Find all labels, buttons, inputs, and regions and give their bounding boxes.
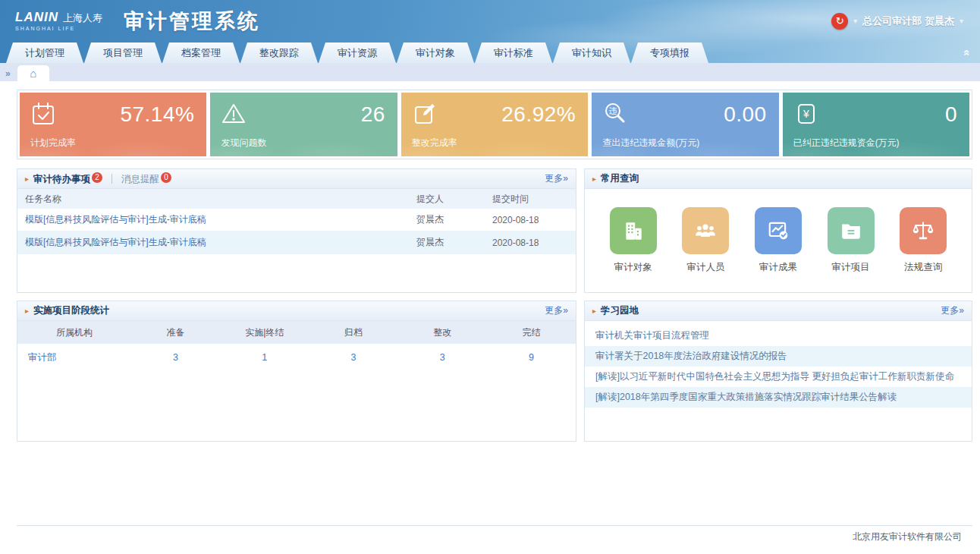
panel-arrow-icon: ▸ (25, 307, 29, 315)
nav-tab-plan[interactable]: 计划管理 (6, 42, 83, 63)
list-item[interactable]: 审计署关于2018年度法治政府建设情况的报告 (585, 346, 972, 367)
stat-card-problems-found[interactable]: 26 发现问题数 (210, 93, 397, 156)
stat-value: 57.14% (120, 102, 194, 127)
stat-value: 26 (361, 102, 385, 127)
stat-value: 26.92% (501, 102, 576, 127)
col-task-name: 任务名称 (17, 193, 409, 206)
quick-item-audit-projects[interactable]: 审计项目 (828, 207, 875, 274)
list-item[interactable]: 审计机关审计项目流程管理 (585, 326, 972, 346)
nav-tab-resource[interactable]: 审计资源 (319, 42, 396, 63)
right-column: ▸ 常用查询 (584, 168, 972, 442)
phase-count-link[interactable]: 1 (220, 352, 309, 363)
col-organization: 所属机构 (17, 326, 131, 339)
phase-stats-panel: ▸ 实施项目阶段统计 更多» 所属机构 准备 实施|终结 归档 整改 完结 审计… (17, 301, 576, 442)
message-count-badge: 0 (161, 172, 171, 183)
todo-more-link[interactable]: 更多» (545, 172, 568, 185)
phase-count-link[interactable]: 3 (398, 352, 487, 363)
company-logo: LANIN 上海人寿 SHANGHAI LIFE (15, 11, 102, 31)
main-content: 57.14% 计划完成率 26 发现问题数 (0, 81, 980, 554)
nav-tab-standard[interactable]: 审计标准 (475, 42, 552, 63)
col-rectify: 整改 (398, 326, 487, 339)
tab-audit-todos[interactable]: 审计待办事项2 (33, 172, 102, 186)
collapse-nav-icon[interactable]: » (959, 49, 970, 55)
phase-count-link[interactable]: 9 (487, 352, 576, 363)
stat-card-corrected-funds[interactable]: ¥ 0 已纠正违纪违规资金(万元) (783, 93, 969, 156)
tab-label: 消息提醒 (121, 174, 159, 184)
stat-label: 查出违纪违规金额(万元) (602, 137, 699, 150)
quick-panel-header: ▸ 常用查询 (585, 169, 972, 189)
tab-message-alerts[interactable]: 消息提醒0 (121, 172, 171, 186)
nav-tab-rectify[interactable]: 整改跟踪 (240, 42, 318, 63)
warning-triangle-icon (221, 101, 247, 127)
edit-icon (412, 101, 438, 127)
quick-item-label: 审计人员 (686, 261, 724, 274)
submitter: 贺晨杰 (409, 213, 485, 226)
home-icon: ⌂ (30, 68, 36, 79)
nav-tab-knowledge[interactable]: 审计知识 (553, 42, 630, 63)
phase-panel-header: ▸ 实施项目阶段统计 更多» (17, 301, 576, 321)
quick-item-regulation-query[interactable]: 法规查询 (900, 207, 947, 274)
quick-item-label: 法规查询 (904, 261, 942, 274)
header-user-area: ↻ ▾ 总公司审计部 贺晨杰 ▾ (831, 13, 963, 30)
phase-count-link[interactable]: 3 (309, 352, 397, 363)
audit-management-page: LANIN 上海人寿 SHANGHAI LIFE 审计管理系统 ↻ ▾ 总公司审… (0, 0, 980, 554)
stat-card-violation-amount[interactable]: 违 0.00 查出违纪违规金额(万元) (592, 93, 778, 156)
col-submitter: 提交人 (409, 193, 485, 206)
list-item[interactable]: [解读]2018年第四季度国家重大政策措施落实情况跟踪审计结果公告解读 (585, 387, 972, 408)
refresh-icon[interactable]: ↻ (831, 13, 848, 30)
submit-time: 2020-08-18 (485, 215, 576, 225)
quick-item-audit-results[interactable]: 审计成果 (755, 207, 802, 274)
todo-count-badge: 2 (92, 172, 102, 183)
phase-count-link[interactable]: 3 (131, 352, 220, 363)
panel-columns: ▸ 审计待办事项2 消息提醒0 更多» 任务名称 提交人 提交时间 模版[信息科… (17, 168, 972, 442)
panel-arrow-icon: ▸ (592, 175, 596, 183)
quick-item-audit-object[interactable]: 审计对象 (610, 207, 657, 274)
svg-text:违: 违 (609, 106, 617, 115)
stat-card-rectification-completion[interactable]: 26.92% 整改完成率 (401, 93, 588, 156)
chevron-down-icon[interactable]: ▾ (853, 17, 857, 25)
phase-table-header: 所属机构 准备 实施|终结 归档 整改 完结 (17, 321, 576, 344)
panel-arrow-icon: ▸ (592, 307, 596, 315)
col-prepare: 准备 (131, 326, 220, 339)
tab-label: 审计待办事项 (33, 174, 90, 184)
quick-query-panel: ▸ 常用查询 (584, 168, 972, 293)
page-title: 审计管理系统 (124, 8, 260, 35)
quick-item-audit-personnel[interactable]: 审计人员 (682, 207, 729, 274)
quick-item-label: 审计对象 (614, 261, 652, 274)
task-link[interactable]: 模版[信息科技风险评估与审计]生成-审计底稿 (17, 213, 409, 226)
footer-company: 北京用友审计软件有限公司 (853, 531, 962, 542)
left-column: ▸ 审计待办事项2 消息提醒0 更多» 任务名称 提交人 提交时间 模版[信息科… (17, 168, 576, 442)
nav-tab-object[interactable]: 审计对象 (397, 42, 474, 63)
stat-card-plan-completion[interactable]: 57.14% 计划完成率 (20, 93, 206, 156)
chevron-down-icon[interactable]: ▾ (960, 17, 963, 25)
home-tab[interactable]: ⌂ (17, 65, 49, 81)
table-row: 审计部 3 1 3 3 9 (17, 344, 576, 371)
logo-subtitle: SHANGHAI LIFE (15, 26, 102, 31)
learning-panel-header: ▸ 学习园地 更多» (585, 301, 972, 321)
table-row: 模版[信息科技风险评估与审计]生成-审计底稿 贺晨杰 2020-08-18 (17, 209, 576, 231)
logo-mark: LANIN (15, 11, 58, 24)
org-link[interactable]: 审计部 (17, 351, 131, 364)
learning-panel: ▸ 学习园地 更多» 审计机关审计项目流程管理 审计署关于2018年度法治政府建… (584, 301, 972, 442)
yen-icon: ¥ (793, 101, 819, 127)
opened-tabs-strip: » ⌂ (0, 63, 980, 81)
todo-panel-header: ▸ 审计待办事项2 消息提醒0 更多» (17, 169, 576, 189)
nav-tab-project[interactable]: 项目管理 (84, 42, 162, 63)
todo-table-header: 任务名称 提交人 提交时间 (17, 189, 576, 209)
logo-chinese-name: 上海人寿 (63, 13, 102, 23)
learning-list: 审计机关审计项目流程管理 审计署关于2018年度法治政府建设情况的报告 [解读]… (585, 321, 972, 408)
people-icon (682, 207, 729, 254)
scroll-tabs-icon[interactable]: » (5, 69, 11, 78)
stat-value: 0 (945, 102, 957, 127)
nav-tab-special-report[interactable]: 专项填报 (631, 42, 708, 63)
main-nav: 计划管理 项目管理 档案管理 整改跟踪 审计资源 审计对象 审计标准 审计知识 … (0, 42, 980, 63)
col-submit-time: 提交时间 (485, 193, 576, 206)
list-item[interactable]: [解读]以习近平新时代中国特色社会主义思想为指导 更好担负起审计工作新职责新使命 (585, 367, 972, 387)
todo-panel: ▸ 审计待办事项2 消息提醒0 更多» 任务名称 提交人 提交时间 模版[信息科… (17, 168, 576, 293)
learning-more-link[interactable]: 更多» (941, 304, 964, 317)
task-link[interactable]: 模版[信息科技风险评估与审计]生成-审计底稿 (17, 236, 409, 249)
header: LANIN 上海人寿 SHANGHAI LIFE 审计管理系统 ↻ ▾ 总公司审… (0, 0, 980, 42)
phase-more-link[interactable]: 更多» (545, 304, 568, 317)
user-menu[interactable]: 总公司审计部 贺晨杰 (862, 14, 954, 28)
nav-tab-archive[interactable]: 档案管理 (162, 42, 240, 63)
